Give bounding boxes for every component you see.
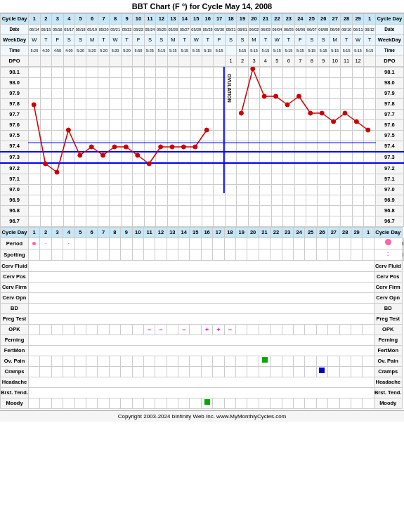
fertmon-label: FertMon bbox=[1, 346, 29, 356]
bbt-chart: Cycle Day 12345 678910 1112131415 161718… bbox=[0, 13, 404, 67]
spotting-label: Spotting bbox=[1, 249, 29, 261]
temp-row-978: 97.8 97.8 bbox=[1, 99, 404, 110]
chart-title: BBT Chart (F °) for Cycle May 14, 2008 bbox=[0, 0, 404, 13]
moody-marker bbox=[204, 399, 210, 405]
cycle-day-row-top: Cycle Day 12345 678910 1112131415 161718… bbox=[1, 14, 404, 25]
preg-test-label-right: Preg Test bbox=[374, 314, 402, 325]
cycle-day-label-bottom-right: Cycle Day bbox=[374, 228, 402, 238]
cerv-firm-label-right: Cerv Firm bbox=[374, 283, 402, 293]
temp-row-976: 97.6 97.6 bbox=[1, 120, 404, 131]
ferning-label-right: Ferning bbox=[374, 335, 402, 346]
temp-chart-area: 98.1 98.1 98.0 98.0 bbox=[0, 67, 404, 227]
cerv-opn-row: Cerv Opn Cerv Opn bbox=[1, 293, 404, 304]
weekday-label-right: WeekDay bbox=[375, 35, 403, 46]
temp-label-981: 98.1 bbox=[1, 67, 29, 78]
fertmon-label-right: FertMon bbox=[374, 346, 402, 356]
ov-pain-row: Ov. Pain Ov. Pain bbox=[1, 356, 404, 367]
bd-label: BD bbox=[1, 304, 29, 314]
spotting-row: Spotting ∶ Spotting bbox=[1, 249, 404, 261]
page-container: BBT Chart (F °) for Cycle May 14, 2008 C… bbox=[0, 0, 404, 422]
cerv-fluid-row: Cerv Fluid Cerv Fluid bbox=[1, 261, 404, 272]
preg-test-row: Preg Test Preg Test bbox=[1, 314, 404, 325]
cerv-opn-label-right: Cerv Opn bbox=[374, 293, 402, 304]
temp-row-971: 97.1 97.1 bbox=[1, 174, 404, 185]
cramps-row: Cramps Cramps bbox=[1, 367, 404, 377]
ferning-label: Ferning bbox=[1, 335, 29, 346]
time-row: Time 5:20 4:20 4:50 4:00 5:20 5:20 5:20 … bbox=[1, 46, 404, 56]
date-row: Date 05/14 05/15 05/16 05/17 05/18 05/19… bbox=[1, 25, 404, 35]
cerv-fluid-label-right: Cerv Fluid bbox=[374, 261, 402, 272]
cycle-day-label-top: Cycle Day bbox=[1, 14, 29, 25]
weekday-label: WeekDay bbox=[1, 35, 29, 46]
cramps-label-right: Cramps bbox=[374, 367, 402, 377]
footer: Copyright 2003-2024 bInfinity Web Inc. w… bbox=[0, 410, 404, 422]
cycle-day-label-top-right: Cycle Day bbox=[375, 14, 403, 25]
brst-tend-row: Brst. Tend. Brst. Tend. bbox=[1, 388, 404, 398]
temp-row-981: 98.1 98.1 bbox=[1, 67, 404, 78]
temp-row-970: 97.0 97.0 bbox=[1, 185, 404, 195]
time-label-right: Time bbox=[375, 46, 403, 56]
moody-label: Moody bbox=[1, 398, 29, 409]
cerv-pos-row: Cerv Pos Cerv Pos bbox=[1, 272, 404, 283]
dpo-label-right: DPO bbox=[375, 56, 403, 67]
opk-label: OPK bbox=[1, 325, 29, 335]
headache-label-right: Headache bbox=[374, 377, 402, 388]
cramps-marker bbox=[319, 368, 325, 373]
period-end-circle bbox=[385, 239, 391, 245]
temp-row-979: 97.9 97.9 bbox=[1, 89, 404, 99]
ov-pain-marker bbox=[262, 357, 268, 363]
dpo-row: DPO 123 45678 9101112 DPO bbox=[1, 56, 404, 67]
temp-row-972: 97.2 97.2 bbox=[1, 163, 404, 174]
temp-row-974: 97.4 97.4 bbox=[1, 141, 404, 153]
headache-label: Headache bbox=[1, 377, 29, 388]
period-row: Period · · Period bbox=[1, 238, 404, 249]
weekday-row: WeekDay WTFSS MTWTF SSMTW TFSSM TWTFS SM… bbox=[1, 35, 404, 46]
fertmon-row: FertMon FertMon bbox=[1, 346, 404, 356]
date-label: Date bbox=[1, 25, 29, 35]
bottom-table: Cycle Day 12345 678910 1112131415 161718… bbox=[0, 227, 404, 409]
period-label-right: Period bbox=[402, 238, 403, 249]
temp-row-975: 97.5 97.5 bbox=[1, 131, 404, 141]
cerv-fluid-label: Cerv Fluid bbox=[1, 261, 29, 272]
period-label: Period bbox=[1, 238, 29, 249]
cycle-day-row-bottom: Cycle Day 12345 678910 1112131415 161718… bbox=[1, 228, 404, 238]
ov-pain-label-right: Ov. Pain bbox=[374, 356, 402, 367]
temp-row-973-coverline: 97.3 bbox=[1, 152, 404, 163]
bd-row: BD BD bbox=[1, 304, 404, 314]
cerv-pos-label-right: Cerv Pos bbox=[374, 272, 402, 283]
cerv-firm-row: Cerv Firm Cerv Firm bbox=[1, 283, 404, 293]
cramps-label: Cramps bbox=[1, 367, 29, 377]
dpo-label: DPO bbox=[1, 56, 29, 67]
headache-row: Headache Headache bbox=[1, 377, 404, 388]
ferning-row: Ferning Ferning bbox=[1, 335, 404, 346]
date-label-right: Date bbox=[375, 25, 403, 35]
moody-label-right: Moody bbox=[374, 398, 402, 409]
brst-tend-label-right: Brst. Tend. bbox=[374, 388, 402, 398]
temp-row-968: 96.8 96.8 bbox=[1, 206, 404, 216]
temp-grid-table: 98.1 98.1 98.0 98.0 bbox=[0, 67, 404, 227]
preg-test-label: Preg Test bbox=[1, 314, 29, 325]
cerv-firm-label: Cerv Firm bbox=[1, 283, 29, 293]
brst-tend-label: Brst. Tend. bbox=[1, 388, 29, 398]
moody-row: Moody Moody bbox=[1, 398, 404, 409]
temp-row-980: 98.0 98.0 bbox=[1, 78, 404, 89]
period-dot-1 bbox=[32, 242, 36, 245]
ov-pain-label: Ov. Pain bbox=[1, 356, 29, 367]
opk-row: OPK − − − + + − OPK bbox=[1, 325, 404, 335]
temp-row-977: 97.7 97.7 bbox=[1, 110, 404, 120]
cycle-day-label-bottom: Cycle Day bbox=[1, 228, 29, 238]
cerv-pos-label: Cerv Pos bbox=[1, 272, 29, 283]
time-label: Time bbox=[1, 46, 29, 56]
opk-label-right: OPK bbox=[374, 325, 402, 335]
temp-row-967: 96.7 96.7 bbox=[1, 216, 404, 227]
temp-row-969: 96.9 96.9 bbox=[1, 195, 404, 206]
bd-label-right: BD bbox=[374, 304, 402, 314]
spotting-label-right: Spotting bbox=[402, 249, 403, 261]
cerv-opn-label: Cerv Opn bbox=[1, 293, 29, 304]
